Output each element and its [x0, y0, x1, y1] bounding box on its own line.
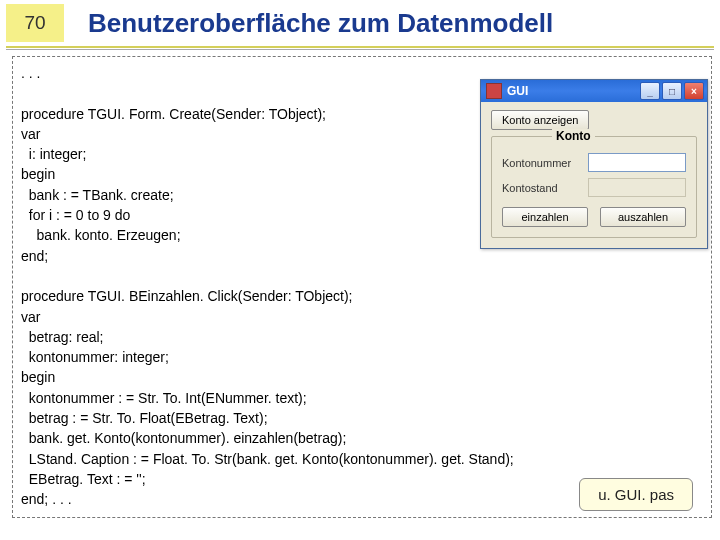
app-icon: [486, 83, 502, 99]
groupbox-title: Konto: [552, 129, 595, 143]
slide-number: 70: [6, 4, 64, 42]
balance-display: [588, 178, 686, 197]
maximize-icon[interactable]: □: [662, 82, 682, 100]
label-account-number: Kontonummer: [502, 157, 582, 169]
account-groupbox: Konto Kontonummer Kontostand einzahlen a…: [491, 136, 697, 238]
gui-window-screenshot: GUI _ □ × Konto anzeigen Konto Kontonumm…: [480, 79, 708, 249]
show-account-button[interactable]: Konto anzeigen: [491, 110, 589, 130]
divider: [6, 46, 714, 48]
label-balance: Kontostand: [502, 182, 582, 194]
deposit-button[interactable]: einzahlen: [502, 207, 588, 227]
filename-callout: u. GUI. pas: [579, 478, 693, 511]
withdraw-button[interactable]: auszahlen: [600, 207, 686, 227]
content-area: . . . procedure TGUI. Form. Create(Sende…: [12, 56, 712, 518]
slide-title: Benutzeroberfläche zum Datenmodell: [88, 8, 553, 39]
divider: [6, 49, 714, 50]
account-number-input[interactable]: [588, 153, 686, 172]
window-title: GUI: [507, 84, 640, 98]
minimize-icon[interactable]: _: [640, 82, 660, 100]
window-titlebar: GUI _ □ ×: [481, 80, 707, 102]
close-icon[interactable]: ×: [684, 82, 704, 100]
